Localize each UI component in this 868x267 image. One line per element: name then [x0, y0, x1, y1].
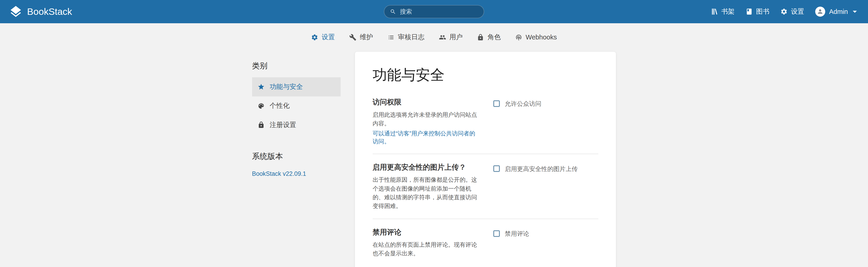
user-name: Admin — [829, 8, 848, 16]
tab-audit-log-label: 审核日志 — [398, 33, 425, 42]
search-icon — [390, 9, 396, 15]
setting-row-public-access: 访问权限 启用此选项将允许未登录的用户访问站点内容。 可以通过“访客”用户来控制… — [373, 89, 598, 154]
setting-heading: 启用更高安全性的图片上传？ — [373, 163, 478, 172]
sidebar-item-registration[interactable]: 注册设置 — [252, 115, 341, 135]
header-nav: 书架 图书 设置 Admin — [706, 3, 859, 20]
categories-heading: 类别 — [252, 61, 341, 71]
page-title: 功能与安全 — [373, 65, 598, 85]
gear-icon — [311, 34, 318, 41]
app-header: BookStack 书架 图书 设置 Admin — [0, 0, 868, 23]
avatar — [815, 7, 825, 17]
settings-tabs: 设置 维护 审核日志 用户 角色 Webhooks — [0, 23, 868, 51]
setting-description: 出于性能原因，所有图像都是公开的。这个选项会在图像的网址前添加一个随机的、难以猜… — [373, 175, 478, 210]
category-list: 功能与安全 个性化 注册设置 — [252, 77, 341, 135]
tab-settings[interactable]: 设置 — [306, 31, 340, 44]
chevron-down-icon — [853, 11, 857, 13]
system-version-heading: 系统版本 — [252, 151, 341, 162]
setting-info: 访问权限 启用此选项将允许未登录的用户访问站点内容。 可以通过“访客”用户来控制… — [373, 97, 478, 145]
version-link[interactable]: BookStack v22.09.1 — [252, 170, 306, 178]
setting-heading: 访问权限 — [373, 97, 478, 107]
sidebar-item-customization[interactable]: 个性化 — [252, 97, 341, 115]
checkbox-label[interactable]: 启用更高安全性的图片上传 — [505, 165, 578, 173]
checkbox-label[interactable]: 允许公众访问 — [505, 100, 541, 108]
user-icon — [817, 8, 824, 15]
nav-books[interactable]: 图书 — [741, 4, 774, 19]
nav-shelves-label: 书架 — [721, 7, 735, 16]
sidebar-item-label: 功能与安全 — [270, 82, 303, 91]
user-menu[interactable]: Admin — [810, 3, 859, 20]
lock-icon — [477, 34, 484, 41]
global-search-box — [384, 5, 484, 18]
lock-icon — [257, 121, 265, 129]
book-icon — [746, 8, 753, 15]
nav-books-label: 图书 — [756, 7, 769, 16]
brand-name: BookStack — [27, 6, 72, 17]
tab-webhooks-label: Webhooks — [526, 33, 557, 41]
tab-roles-label: 角色 — [488, 33, 501, 42]
settings-sidebar: 类别 功能与安全 个性化 注册设置 系统版本 BookStack v22.09.… — [252, 52, 341, 178]
tab-settings-label: 设置 — [322, 33, 335, 42]
tab-audit-log[interactable]: 审核日志 — [382, 31, 430, 44]
sidebar-item-features-security[interactable]: 功能与安全 — [252, 77, 341, 97]
bookstack-settings-page: BookStack 书架 图书 设置 Admin — [0, 0, 868, 267]
bookshelf-icon — [711, 8, 718, 15]
wrench-icon — [349, 34, 356, 41]
checkbox-secure-image-uploads[interactable] — [493, 165, 500, 172]
tab-users[interactable]: 用户 — [434, 31, 468, 44]
setting-control: 启用更高安全性的图片上传 — [493, 163, 598, 210]
setting-description: 在站点的所有页面上禁用评论。现有评论也不会显示出来。 — [373, 240, 478, 258]
settings-card: 功能与安全 访问权限 启用此选项将允许未登录的用户访问站点内容。 可以通过“访客… — [355, 52, 616, 267]
bookstack-logo-icon — [9, 5, 23, 19]
checkbox-allow-public-access[interactable] — [493, 100, 500, 107]
settings-content: 类别 功能与安全 个性化 注册设置 系统版本 BookStack v22.09.… — [252, 52, 616, 267]
sidebar-item-label: 个性化 — [270, 101, 289, 110]
sidebar-item-label: 注册设置 — [270, 121, 296, 130]
guest-user-link[interactable]: 可以通过“访客”用户来控制公共访问者的访问。 — [373, 130, 478, 145]
tab-maintenance[interactable]: 维护 — [344, 31, 378, 44]
setting-heading: 禁用评论 — [373, 228, 478, 237]
nav-settings-label: 设置 — [791, 7, 804, 16]
tab-maintenance-label: 维护 — [360, 33, 373, 42]
setting-row-disable-comments: 禁用评论 在站点的所有页面上禁用评论。现有评论也不会显示出来。 禁用评论 — [373, 219, 598, 266]
users-icon — [439, 34, 446, 41]
setting-description: 启用此选项将允许未登录的用户访问站点内容。 — [373, 110, 478, 128]
setting-control: 允许公众访问 — [493, 97, 598, 145]
gear-icon — [780, 8, 788, 15]
setting-info: 启用更高安全性的图片上传？ 出于性能原因，所有图像都是公开的。这个选项会在图像的… — [373, 163, 478, 210]
checkbox-disable-comments[interactable] — [493, 230, 500, 237]
checkbox-label[interactable]: 禁用评论 — [505, 230, 529, 238]
tab-webhooks[interactable]: Webhooks — [510, 31, 562, 43]
star-icon — [257, 83, 265, 90]
webhook-icon — [515, 34, 522, 41]
brand-home-link[interactable]: BookStack — [9, 5, 72, 19]
setting-control: 禁用评论 — [493, 228, 598, 258]
audit-log-icon — [388, 34, 395, 41]
search-input[interactable] — [400, 8, 478, 15]
palette-icon — [257, 102, 265, 110]
tab-users-label: 用户 — [450, 33, 463, 42]
setting-row-secure-images: 启用更高安全性的图片上传？ 出于性能原因，所有图像都是公开的。这个选项会在图像的… — [373, 154, 598, 219]
nav-shelves[interactable]: 书架 — [706, 4, 739, 19]
tab-roles[interactable]: 角色 — [472, 31, 506, 44]
setting-info: 禁用评论 在站点的所有页面上禁用评论。现有评论也不会显示出来。 — [373, 228, 478, 258]
nav-settings[interactable]: 设置 — [775, 4, 809, 19]
